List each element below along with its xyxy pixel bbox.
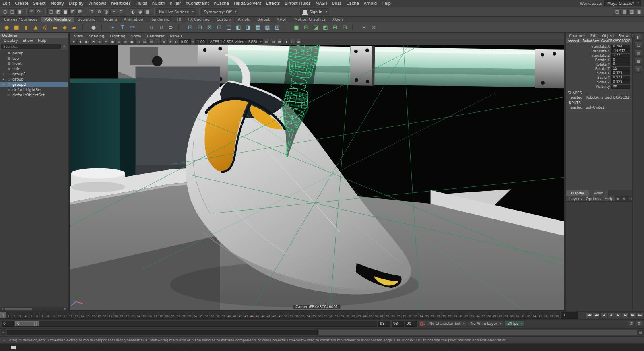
shelf-tool-icon[interactable]: T [118, 23, 127, 32]
command-language-icon[interactable]: ≡ [1, 330, 6, 335]
playback-button[interactable]: |◀◀ [586, 312, 592, 318]
file-icon[interactable]: ▣ [16, 8, 23, 15]
script-editor-icon[interactable]: ▤ [638, 330, 643, 335]
viewport-menu-item[interactable]: Panels [167, 34, 186, 38]
menu-item[interactable]: Arnold [361, 0, 379, 7]
viewport-scene[interactable]: CameraFBXASC046001 [70, 45, 564, 310]
search-filter-dropdown-icon[interactable]: ▾ [62, 45, 66, 48]
shelf-tab[interactable]: Sculpting [74, 17, 99, 22]
range-slider-handle[interactable]: 0 [15, 321, 39, 326]
attribute-value-field[interactable]: on [611, 85, 630, 89]
selection-mode-icon[interactable]: ■ [62, 8, 69, 15]
command-input-field[interactable] [7, 330, 318, 335]
shelf-tool-icon[interactable]: ⊠ [205, 23, 214, 32]
shelf-tab[interactable]: Animation [120, 17, 147, 22]
outliner-item[interactable]: ◎ defaultObjectSet [0, 92, 68, 97]
playback-end-field[interactable]: 98 [378, 321, 390, 327]
shelf-tab[interactable]: Motion Graphics [291, 17, 329, 22]
selected-object-name[interactable]: pasted__RobotArm_GeoFBXASC032R... [566, 38, 632, 43]
playback-option-icon[interactable]: ⚙ [636, 320, 642, 327]
time-slider-track[interactable]: 1234567891011121314151617181920212223242… [0, 312, 560, 319]
shelf-tool-icon[interactable]: ⊟ [195, 23, 204, 32]
menu-item[interactable]: nCloth [150, 0, 167, 7]
outliner-item[interactable]: ▦ side [0, 66, 68, 71]
shape-node-name[interactable]: pasted__RobotArm_GeoFBXASC03... [566, 95, 632, 100]
shelf-tool-icon[interactable]: ⊡ [215, 23, 224, 32]
new-layer-icon[interactable]: ◫ [627, 196, 633, 201]
viewport-menu-item[interactable]: Lighting [107, 34, 128, 38]
panel-layout-icon[interactable]: ◫ [614, 8, 621, 15]
shelf-tool-icon[interactable]: ● [2, 23, 11, 32]
render-icon[interactable]: ◐ [130, 8, 136, 15]
shelf-tab[interactable]: Custom [213, 17, 235, 22]
channel-box-menu-item[interactable]: Edit [588, 33, 600, 38]
gamma-field[interactable]: 1.00 [195, 39, 207, 44]
outliner-item[interactable]: ◎ defaultLightSet [0, 87, 68, 92]
viewport-toolbar-icon[interactable]: ◔ [90, 39, 96, 44]
range-handle-grip[interactable] [33, 322, 37, 326]
outliner-item[interactable]: ▦ front [0, 61, 68, 66]
outliner-item[interactable]: ▸ ○ group1 [0, 71, 68, 76]
viewport-toolbar-icon[interactable]: ⊟ [289, 39, 295, 44]
playback-button[interactable]: ◀◀ [593, 312, 600, 318]
viewport-toolbar-icon[interactable]: ◧ [84, 39, 90, 44]
layer-editor-tab[interactable]: Display [566, 190, 589, 196]
attribute-value-field[interactable]: 0.523 [611, 71, 630, 75]
shelf-tool-icon[interactable]: ∪ [157, 23, 166, 32]
viewport-toolbar-icon[interactable]: ▩ [277, 39, 283, 44]
layer-list-empty[interactable] [566, 201, 632, 311]
viewport-menu-item[interactable]: Show [128, 34, 144, 38]
input-node-name[interactable]: pasted__polyUnite1 [566, 105, 632, 110]
new-layer-icon[interactable]: ▤ [621, 196, 627, 201]
channel-attribute-row[interactable]: Scale Z 0.523 [566, 80, 632, 84]
viewport-toolbar-icon[interactable]: ▾ [71, 39, 77, 44]
shelf-tool-icon[interactable]: ▏ [350, 23, 359, 32]
channel-box-menu-item[interactable]: Channels [567, 33, 588, 38]
scene-canvas[interactable] [70, 45, 564, 310]
layer-editor-tab[interactable]: Anim [589, 190, 609, 196]
selection-mode-icon[interactable]: ⊞ [69, 8, 76, 15]
layer-editor-menu-item[interactable]: Layers [567, 196, 584, 201]
menu-item[interactable]: Display [66, 0, 86, 7]
sidebar-toggle-icon[interactable]: ▥ [634, 50, 642, 57]
file-icon[interactable]: ◰ [9, 8, 16, 15]
viewport-toolbar-icon[interactable]: ⊞ [97, 39, 103, 44]
menu-item[interactable]: Fluids [133, 0, 150, 7]
scroll-left-icon[interactable]: ◂ [1, 307, 4, 310]
selection-mode-icon[interactable]: □ [47, 8, 54, 15]
menu-item[interactable]: MASH [313, 0, 330, 7]
attribute-value-field[interactable]: 0 [611, 58, 630, 62]
viewport-menu-item[interactable]: View [71, 34, 86, 38]
shelf-tool-icon[interactable]: ∪ [147, 23, 156, 32]
channel-attribute-row[interactable]: Scale X 0.523 [566, 71, 632, 75]
sign-in-button[interactable]: Sign In [300, 8, 329, 15]
shelf-tool-icon[interactable]: ▨ [272, 23, 282, 32]
attribute-value-field[interactable]: 0.523 [611, 76, 630, 80]
outliner-item[interactable]: ▸ ○ group [0, 76, 68, 82]
channel-box-menu-item[interactable]: Show [616, 33, 631, 38]
attribute-value-field[interactable]: 0 [611, 62, 630, 66]
snap-icon[interactable]: ⊙ [118, 8, 124, 15]
shelf-tool-icon[interactable]: ◨ [244, 23, 253, 32]
snap-icon[interactable]: ◎ [103, 8, 110, 15]
range-slider-track[interactable]: 0 [15, 321, 377, 327]
menu-item[interactable]: nParticles [109, 0, 133, 7]
range-extra-field[interactable]: 90 [405, 321, 417, 327]
selection-mode-icon[interactable]: ◩ [55, 8, 62, 15]
attribute-value-field[interactable]: 0.204 [611, 45, 630, 49]
channel-attribute-row[interactable]: Visibility on [566, 84, 632, 89]
playback-button[interactable]: ▶▶ [629, 312, 636, 318]
shelf-tool-icon[interactable]: ⊠ [330, 23, 340, 32]
white-container[interactable] [71, 168, 125, 192]
menu-item[interactable]: Edit [0, 0, 12, 7]
shelf-tab[interactable]: Bifrost [254, 17, 273, 22]
workspace-dropdown[interactable]: Maya Classic* [604, 0, 641, 6]
menu-item[interactable]: Fields/Solvers [231, 0, 264, 7]
menu-item[interactable]: Boss [330, 0, 344, 7]
viewport-toolbar-icon[interactable]: ⊡ [155, 39, 161, 44]
viewport-menu-item[interactable]: Renderer [144, 34, 167, 38]
viewport-toolbar-icon[interactable]: ◨ [283, 39, 289, 44]
anim-layer-dropdown[interactable]: No Anim Layer [468, 320, 503, 327]
channel-box-menu-item[interactable]: Object [600, 33, 616, 38]
scroll-right-icon[interactable]: ▸ [64, 307, 67, 310]
